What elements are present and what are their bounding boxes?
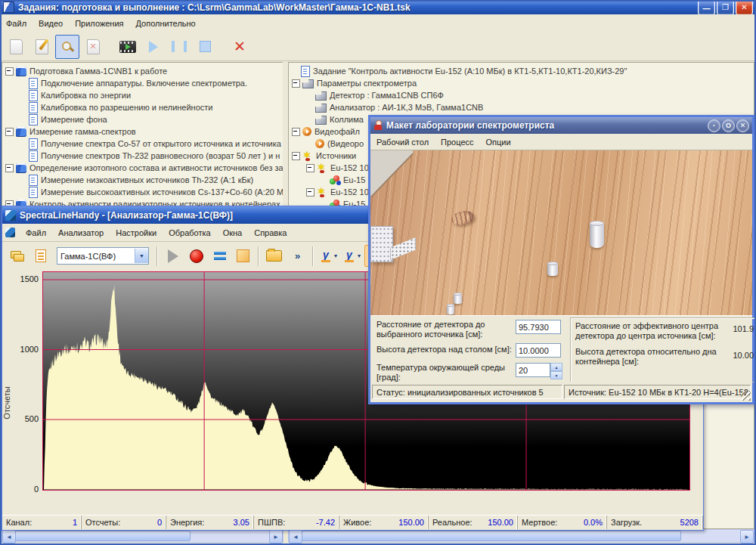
abort-button[interactable] <box>228 35 252 59</box>
keyboard-tray[interactable] <box>390 237 416 260</box>
gamma-button[interactable]: ▾ <box>341 245 363 267</box>
delete-doc-button[interactable] <box>81 35 105 59</box>
task-tree-item-4[interactable]: Измерение фона <box>2 113 283 125</box>
model-menu-item-1[interactable]: Процесс <box>435 135 479 149</box>
spin-down-icon[interactable]: ▼ <box>550 371 562 379</box>
lab-3d-view[interactable] <box>370 150 752 316</box>
source-cylinder-tiny-1[interactable] <box>454 293 462 304</box>
source-container-pink[interactable] <box>451 209 476 227</box>
sl-menu-item-4[interactable]: Окна <box>217 226 249 240</box>
collapse-icon[interactable] <box>292 79 300 88</box>
doc-icon <box>29 138 38 150</box>
sl-menu-item-5[interactable]: Справка <box>248 226 293 240</box>
source-cylinder-tiny-2[interactable] <box>447 304 454 314</box>
gamma-button[interactable]: ▾ <box>318 245 339 267</box>
task-tree-item-5[interactable]: Измерение гамма-спектров <box>2 125 283 138</box>
orange-square-button[interactable] <box>232 245 254 267</box>
collapse-icon[interactable] <box>5 67 14 76</box>
levels-button[interactable] <box>209 245 231 267</box>
task-tree-item-9[interactable]: Измерение низкоактивных источников Th-23… <box>2 174 283 186</box>
pause-button[interactable] <box>167 35 191 59</box>
status-энергия: Энергия:3.05 <box>166 516 254 529</box>
scroll-right-icon[interactable]: ► <box>269 530 283 543</box>
model-titlebar[interactable]: Макет лаборатории спектрометриста · O ✕ <box>370 117 752 134</box>
zoom-view-button[interactable] <box>55 35 79 59</box>
collapse-icon[interactable] <box>5 164 14 172</box>
sl-menu-item-2[interactable]: Настройки <box>110 226 163 240</box>
field-input[interactable]: 20 <box>516 363 550 377</box>
task-tree-item-10[interactable]: Измерение высокоактивных источников Cs-1… <box>2 186 283 198</box>
resize-grip[interactable] <box>741 391 751 401</box>
combo-dropdown-icon[interactable]: ▼ <box>135 249 148 263</box>
collapse-icon[interactable] <box>5 128 14 136</box>
right-panel-hscrollbar[interactable]: ◄ ► <box>288 529 754 543</box>
scroll-left-icon[interactable]: ◄ <box>2 530 16 543</box>
readout-value: 10.00 <box>733 351 754 360</box>
stop-button[interactable] <box>193 35 217 59</box>
main-menubar: ФайлВидеоПриложенияДополнительно <box>0 14 756 33</box>
stop-icon <box>200 41 211 52</box>
task-detail-label: Eu-152 10 <box>330 163 369 172</box>
spectraline-doc-icon <box>5 228 15 237</box>
sl-menu-item-0[interactable]: Файл <box>20 226 52 240</box>
report-icon <box>36 249 46 262</box>
open-folders-button[interactable] <box>6 245 28 267</box>
task-detail-item-0[interactable]: Задание "Контроль активности Eu-152 (А:1… <box>289 65 754 77</box>
task-tree-item-0[interactable]: Подготовка Гамма-1С\NB1 к работе <box>2 65 283 77</box>
sl-menu-item-3[interactable]: Обработка <box>163 226 216 240</box>
main-menu-item-3[interactable]: Дополнительно <box>130 17 202 30</box>
task-tree-label: Измерение фона <box>41 115 107 124</box>
open-folders-icon <box>11 251 24 262</box>
play-button[interactable] <box>141 35 166 59</box>
play-gray-button[interactable] <box>162 245 184 267</box>
left-panel-hscrollbar[interactable]: ◄ ► <box>2 529 284 543</box>
task-tree-item-8[interactable]: Определение изотопного состава и активно… <box>2 162 283 174</box>
container-cylinder-tall[interactable] <box>590 221 604 248</box>
report-button[interactable] <box>29 245 51 267</box>
field-input[interactable]: 10.0000 <box>516 343 561 358</box>
video-clip-button[interactable] <box>116 35 140 59</box>
open-folder-button[interactable] <box>263 245 285 267</box>
sl-menu-item-1[interactable]: Анализатор <box>52 226 110 240</box>
model-minimize-button[interactable]: · <box>708 119 720 132</box>
edit-pencil-button[interactable] <box>29 35 54 59</box>
task-detail-item-3[interactable]: Анализатор : АИ-1К,3 МэВ, Гамма1CNB <box>289 101 754 113</box>
dropdown-arrow-icon[interactable]: ▾ <box>358 252 361 259</box>
task-tree-item-1[interactable]: Подключение аппаратуры. Включение спектр… <box>2 77 283 89</box>
model-statusbar: Статус: инициализированных источников 5 … <box>370 382 752 402</box>
collapse-icon[interactable] <box>306 188 314 197</box>
main-titlebar[interactable]: Задания: подготовка и выполнение : C:\Ls… <box>0 0 756 14</box>
model-close-button[interactable]: ✕ <box>736 119 749 132</box>
collapse-icon[interactable] <box>292 152 300 160</box>
close-button[interactable]: ✕ <box>736 0 753 15</box>
record-button[interactable] <box>185 245 207 267</box>
y-tick-1500: 1500 <box>10 274 39 283</box>
minimize-button[interactable]: — <box>698 0 715 15</box>
analyzer-combobox[interactable]: Гамма-1С(ВФ)▼ <box>57 247 149 265</box>
container-cylinder-small[interactable] <box>547 262 558 276</box>
model-menu-item-0[interactable]: Рабочий стол <box>370 135 435 149</box>
task-tree-item-3[interactable]: Калибровка по разрешению и нелинейности <box>2 101 283 113</box>
scroll-left-icon[interactable]: ◄ <box>289 530 302 543</box>
task-tree-item-6[interactable]: Получение спектра Co-57 от открытого ист… <box>2 138 283 150</box>
field-input[interactable]: 95.7930 <box>516 320 561 334</box>
detector-unit[interactable] <box>370 226 393 262</box>
collapse-icon[interactable] <box>306 164 314 172</box>
new-doc-button[interactable] <box>4 35 28 59</box>
task-tree-item-2[interactable]: Калибровка по энергии <box>2 89 283 101</box>
main-menu-item-1[interactable]: Видео <box>33 17 69 30</box>
maximize-button[interactable]: ❐ <box>717 0 734 15</box>
scroll-right-icon[interactable]: ► <box>740 530 754 543</box>
readout-label: Высота детектора относительно дна контей… <box>575 347 719 367</box>
main-menu-item-0[interactable]: Файл <box>0 17 33 30</box>
main-menu-item-2[interactable]: Приложения <box>69 17 129 30</box>
model-menu-item-2[interactable]: Опции <box>480 135 517 149</box>
model-maximize-button[interactable]: O <box>722 119 735 132</box>
chevron-more-button[interactable] <box>287 245 308 267</box>
spin-up-icon[interactable]: ▲ <box>550 363 562 371</box>
task-tree-item-7[interactable]: Получение спектров Th-232 равновесного (… <box>2 150 283 162</box>
collapse-icon[interactable] <box>292 128 300 136</box>
task-detail-item-1[interactable]: Параметры спектрометра <box>289 77 754 89</box>
task-detail-item-2[interactable]: Детектор : Гамма1CNB СП6Ф <box>289 89 754 101</box>
dropdown-arrow-icon[interactable]: ▾ <box>334 252 337 259</box>
